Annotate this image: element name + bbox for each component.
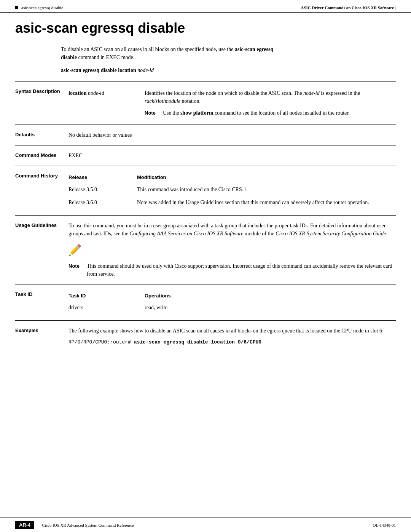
- usage-italic1: Configuring AAA Services on Cisco IOS XR…: [130, 231, 244, 236]
- syntax-note-label: Note: [145, 109, 160, 117]
- intro-bold-command: asic-scan egressq: [235, 46, 273, 52]
- task-id-cell: drivers: [68, 301, 145, 314]
- syntax-command-italic: node-id: [137, 67, 154, 73]
- code-command: asic-scan egressq disable location 0/6/C…: [134, 339, 261, 345]
- footer-title: Cisco IOS XR Advanced System Command Ref…: [42, 523, 373, 527]
- task-col1-header: Task ID: [68, 291, 145, 301]
- syntax-note-block: Note Use the show platform command to se…: [145, 109, 393, 117]
- task-tbody: driversread, write: [68, 301, 396, 314]
- usage-note-label: Note: [68, 262, 84, 270]
- task-id-label: Task ID: [15, 291, 68, 297]
- footer-doc-num: OL-14340-01: [373, 523, 396, 527]
- syntax-table: location node-id Identifies the location…: [68, 88, 396, 118]
- syntax-command-text: asic-scan egressq disable location: [61, 67, 137, 73]
- defaults-label: Defaults: [15, 131, 68, 137]
- usage-guidelines-label: Usage Guidelines: [15, 222, 68, 228]
- usage-note-text: This command should be used only with Ci…: [87, 262, 396, 278]
- syntax-description-content: location node-id Identifies the location…: [68, 88, 396, 118]
- task-row: driversread, write: [68, 301, 396, 314]
- intro-paragraph: To disable an ASIC scan on all causes in…: [61, 45, 373, 61]
- defaults-content: No default behavior or values: [68, 131, 396, 139]
- note-bold: show platform: [180, 110, 213, 116]
- history-thead: Release Modification: [68, 172, 396, 183]
- syntax-desc-end: notation.: [180, 98, 201, 104]
- command-modes-section: Command Modes EXEC: [15, 145, 396, 166]
- history-release: Release 3.6.0: [68, 196, 137, 209]
- syntax-desc-middle: is expressed in the: [320, 90, 360, 96]
- examples-content: The following example shows how to disab…: [68, 327, 396, 347]
- command-history-label: Command History: [15, 172, 68, 179]
- examples-label: Examples: [15, 327, 68, 333]
- page-footer: AR-4 Cisco IOS XR Advanced System Comman…: [0, 518, 411, 532]
- syntax-row: location node-id Identifies the location…: [68, 88, 396, 118]
- usage-italic2: Cisco IOS XR System Security Configurati…: [276, 231, 386, 236]
- examples-text: The following example shows how to disab…: [68, 327, 396, 335]
- syntax-param-bold: location: [68, 90, 88, 96]
- task-header-row: Task ID Operations: [68, 291, 396, 301]
- usage-text3: .: [386, 231, 387, 236]
- history-table: Release Modification Release 3.5.0This c…: [68, 172, 396, 209]
- history-row: Release 3.6.0Note was added in the Usage…: [68, 196, 396, 209]
- footer-page-num: AR-4: [15, 521, 34, 529]
- usage-text2: module of the: [243, 231, 276, 236]
- history-release: Release 3.5.0: [68, 183, 137, 196]
- command-modes-content: EXEC: [68, 152, 396, 160]
- command-history-content: Release Modification Release 3.5.0This c…: [68, 172, 396, 209]
- code-prefix: RP/0/RP0/CPU0:router#: [68, 339, 134, 345]
- syntax-description-label: Syntax Description: [15, 88, 68, 94]
- usage-note-block: Note This command should be used only wi…: [68, 262, 396, 278]
- pencil-icon: ✏️: [68, 242, 82, 258]
- examples-code: RP/0/RP0/CPU0:router# asic-scan egressq …: [68, 339, 396, 347]
- task-id-content: Task ID Operations driversread, write: [68, 291, 396, 315]
- task-col2-header: Operations: [145, 291, 396, 301]
- page-title: asic-scan egressq disable: [15, 20, 396, 36]
- task-id-section: Task ID Task ID Operations driversread, …: [15, 284, 396, 321]
- history-header-row: Release Modification: [68, 172, 396, 183]
- examples-section: Examples The following example shows how…: [15, 320, 396, 353]
- syntax-command: asic-scan egressq disable location node-…: [61, 67, 396, 73]
- history-tbody: Release 3.5.0This command was introduced…: [68, 183, 396, 209]
- page-header: asic-scan egressq disable ASIC Driver Co…: [0, 0, 411, 13]
- intro-text-before: To disable an ASIC scan on all causes in…: [61, 46, 235, 52]
- syntax-desc-italic2: rack/slot/module: [145, 98, 180, 104]
- task-table: Task ID Operations driversread, write: [68, 291, 396, 315]
- syntax-description-section: Syntax Description location node-id Iden…: [15, 81, 396, 125]
- syntax-desc-italic1: node-id: [303, 90, 320, 96]
- task-operations-cell: read, write: [145, 301, 396, 314]
- intro-bold-disable: disable: [61, 54, 77, 60]
- header-square-icon: [15, 6, 18, 9]
- syntax-param-italic: node-id: [88, 90, 104, 96]
- history-modification: This command was introduced on the Cisco…: [137, 183, 396, 196]
- syntax-desc-cell: Identifies the location of the node on w…: [145, 88, 396, 118]
- usage-text-para: To use this command, you must be in a us…: [68, 222, 396, 238]
- history-modification: Note was added in the Usage Guidelines s…: [137, 196, 396, 209]
- header-left: asic-scan egressq disable: [15, 5, 63, 10]
- history-col1-header: Release: [68, 172, 137, 183]
- pencil-container: ✏️: [68, 242, 396, 258]
- header-separator: |: [395, 5, 396, 10]
- intro-text-after: command in EXEC mode.: [77, 54, 134, 60]
- defaults-section: Defaults No default behavior or values: [15, 125, 396, 145]
- command-modes-label: Command Modes: [15, 152, 68, 158]
- syntax-desc-text: Identifies the location of the node on w…: [145, 90, 303, 96]
- task-thead: Task ID Operations: [68, 291, 396, 301]
- history-row: Release 3.5.0This command was introduced…: [68, 183, 396, 196]
- breadcrumb: asic-scan egressq disable: [21, 5, 63, 10]
- header-title: ASIC Driver Commands on Cisco IOS XR Sof…: [301, 5, 393, 10]
- usage-guidelines-content: To use this command, you must be in a us…: [68, 222, 396, 278]
- syntax-param: location node-id: [68, 88, 145, 118]
- defaults-text: No default behavior or values: [68, 132, 132, 138]
- header-right: ASIC Driver Commands on Cisco IOS XR Sof…: [301, 5, 396, 10]
- command-modes-text: EXEC: [68, 153, 83, 158]
- command-history-section: Command History Release Modification Rel…: [15, 166, 396, 215]
- main-content: asic-scan egressq disable To disable an …: [0, 13, 411, 383]
- usage-guidelines-section: Usage Guidelines To use this command, yo…: [15, 215, 396, 284]
- syntax-note-text: Use the show platform command to see the…: [163, 109, 350, 117]
- history-col2-header: Modification: [137, 172, 396, 183]
